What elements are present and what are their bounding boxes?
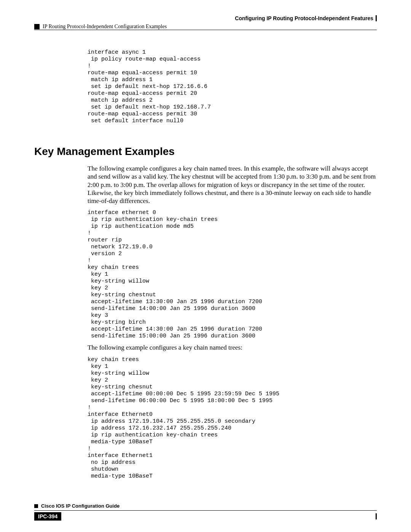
paragraph-1: The following example configures a key c… [88,165,377,205]
section-marker-icon [34,24,40,29]
header-divider [34,30,377,30]
footer-title-line: Cisco IOS IP Configuration Guide [34,503,377,509]
section-path-group: IP Routing Protocol-Independent Configur… [34,24,377,30]
section-path: IP Routing Protocol-Independent Configur… [43,24,167,30]
page-number-badge: IPC-394 [34,512,61,521]
footer-marker-icon [34,504,38,508]
chapter-title-group: Configuring IP Routing Protocol-Independ… [235,15,377,21]
footer-bottom-row: IPC-394 [34,512,377,521]
guide-title: Cisco IOS IP Configuration Guide [41,503,119,509]
page-header: Configuring IP Routing Protocol-Independ… [34,15,377,21]
code-block-1: interface async 1 ip policy route-map eq… [88,49,377,125]
chapter-title: Configuring IP Routing Protocol-Independ… [235,15,373,21]
code-block-3: key chain trees key 1 key-string willow … [88,356,377,480]
footer-bar-icon [376,513,377,519]
code-block-2: interface ethernet 0 ip rip authenticati… [88,209,377,340]
paragraph-2: The following example configures a key c… [88,343,377,351]
page-footer: Cisco IOS IP Configuration Guide IPC-394 [34,503,377,521]
header-bar-icon [376,15,377,21]
footer-divider [34,510,377,511]
section-heading: Key Management Examples [34,145,377,158]
page: Configuring IP Routing Protocol-Independ… [0,0,411,532]
